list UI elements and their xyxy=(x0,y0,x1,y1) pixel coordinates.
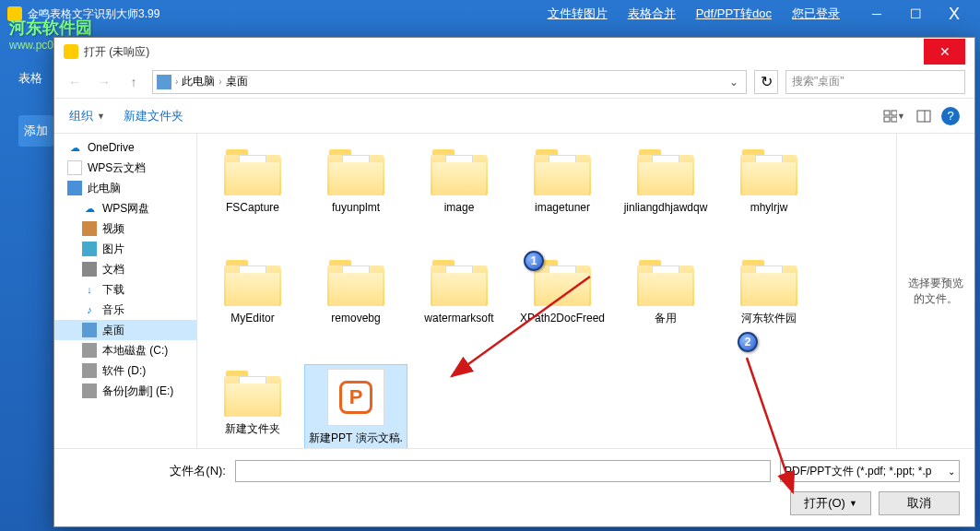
svg-line-6 xyxy=(452,277,590,376)
app-window: 金鸣表格文字识别大师3.99 文件转图片 表格合并 Pdf/PPT转doc 您已… xyxy=(0,0,980,531)
svg-line-7 xyxy=(747,358,793,492)
